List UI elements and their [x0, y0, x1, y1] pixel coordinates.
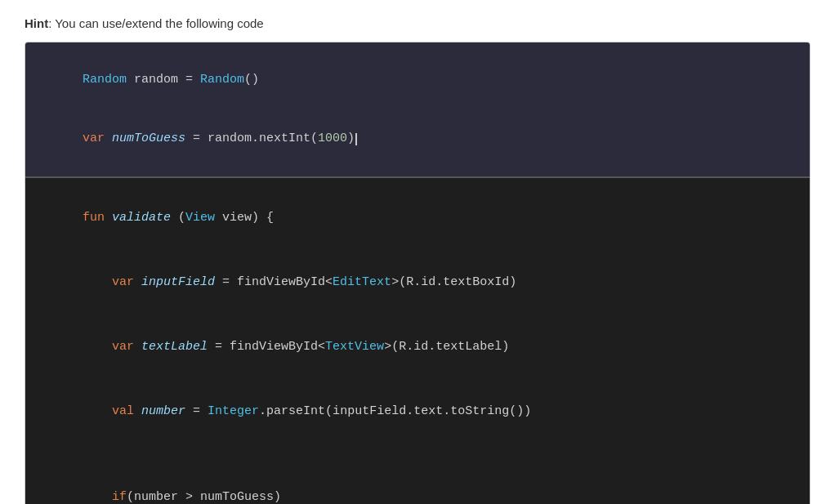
- code-container: Random random = Random() var numToGuess …: [25, 42, 810, 504]
- top-line2: var numToGuess = random.nextInt(1000): [38, 109, 797, 168]
- code-block-main: fun validate (View view) { var inputFiel…: [25, 178, 810, 504]
- main-line1: fun validate (View view) {: [38, 186, 797, 251]
- top-line1: Random random = Random(): [38, 51, 797, 109]
- main-line4: val number = Integer.parseInt(inputField…: [38, 379, 797, 444]
- hint-label: Hint: [25, 16, 48, 30]
- hint-line: Hint: You can use/extend the following c…: [25, 16, 810, 30]
- code-block-top: Random random = Random() var numToGuess …: [25, 42, 810, 178]
- main-line2: var inputField = findViewById<EditText>(…: [38, 251, 797, 315]
- main-line3: var textLabel = findViewById<TextView>(R…: [38, 315, 797, 380]
- main-line5: [38, 444, 797, 465]
- main-line6: if(number > numToGuess): [38, 465, 797, 504]
- hint-text: : You can use/extend the following code: [48, 16, 264, 30]
